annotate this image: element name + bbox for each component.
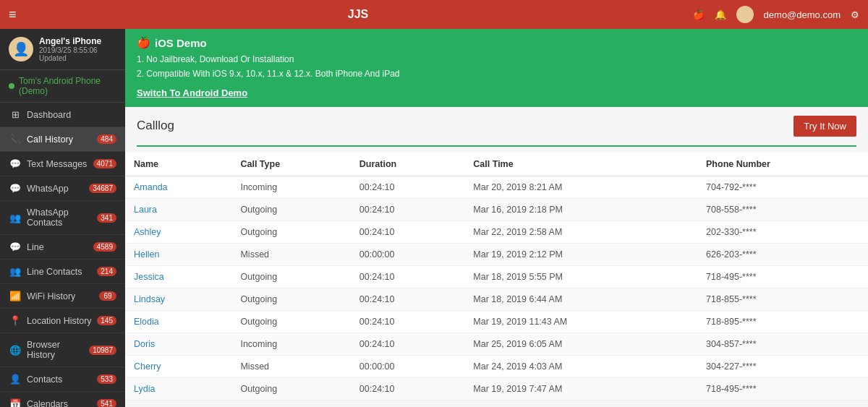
cell-duration: 00:24:10 (351, 377, 465, 400)
cell-name[interactable]: Jessica (125, 265, 231, 288)
line-contacts-icon: 👥 (9, 266, 22, 277)
whatsapp-icon: 💬 (9, 183, 22, 194)
sidebar-badge-wifi-history: 69 (99, 291, 116, 301)
col-phone: Phone Number (697, 153, 868, 176)
sidebar-item-label-line: Line (27, 242, 93, 252)
sidebar-item-call-history[interactable]: 📞Call History484 (0, 127, 125, 152)
table-row: Elodia Outgoing 00:24:10 Mar 19, 2019 11… (125, 310, 868, 333)
sidebar-item-dashboard[interactable]: ⊞Dashboard (0, 103, 125, 127)
sidebar-item-label-whatsapp: WhatsApp (27, 184, 89, 194)
sidebar-item-label-calendars: Calendars (27, 399, 97, 408)
share-icon[interactable]: ⚙ (851, 9, 859, 20)
sidebar-badge-location-history: 145 (97, 316, 116, 325)
sidebar-item-browser-history[interactable]: 🌐Browser History10987 (0, 333, 125, 367)
cell-call-time: Mar 19, 2019 2:12 PM (464, 243, 697, 265)
sidebar-badge-contacts: 533 (97, 374, 116, 384)
cell-name[interactable]: Lindsay (125, 288, 231, 310)
table-header-row: Name Call Type Duration Call Time Phone … (125, 153, 868, 176)
sidebar-item-label-wifi-history: WiFi History (27, 291, 99, 301)
cell-phone: 202-330-**** (697, 220, 868, 243)
cell-name[interactable]: Elodia (125, 310, 231, 333)
calllog-title: Calllog (137, 119, 174, 133)
sidebar-item-wifi-history[interactable]: 📶WiFi History69 (0, 284, 125, 309)
sidebar-demo-device[interactable]: Tom's Android Phone (Demo) (0, 70, 125, 103)
sidebar-item-text-messages[interactable]: 💬Text Messages4071 (0, 152, 125, 176)
apple-icon: 🍎 (137, 36, 150, 49)
cell-name[interactable]: Lydia (125, 377, 231, 400)
sidebar-badge-whatsapp: 34687 (89, 184, 116, 193)
sidebar-item-label-contacts: Contacts (27, 374, 97, 385)
sidebar-badge-line: 4589 (93, 242, 116, 252)
cell-call-time: Mar 20, 2019 8:21 AM (464, 176, 697, 198)
sidebar-items-container: ⊞Dashboard📞Call History484💬Text Messages… (0, 103, 125, 407)
cell-call-time: Mar 18, 2019 5:55 PM (464, 265, 697, 288)
switch-to-android-link[interactable]: Switch To Android Demo (137, 87, 247, 98)
ios-demo-label: iOS Demo (155, 37, 207, 49)
cell-phone: 718-495-**** (697, 377, 868, 400)
cell-phone: 704-792-**** (697, 176, 868, 198)
call-history-icon: 📞 (9, 134, 22, 145)
user-email: demo@demo.com (764, 9, 841, 20)
sidebar-item-location-history[interactable]: 📍Location History145 (0, 309, 125, 333)
whatsapp-contacts-icon: 👥 (9, 213, 22, 223)
cell-call-time: Mar 19, 2019 7:47 AM (464, 377, 697, 400)
col-call-time: Call Time (464, 153, 697, 176)
ios-banner: 🍎 iOS Demo 1. No Jailbreak, Download Or … (125, 29, 868, 107)
cell-duration: 00:24:10 (351, 310, 465, 333)
location-history-icon: 📍 (9, 315, 22, 326)
cell-duration: 00:00:00 (351, 355, 465, 377)
sidebar-item-label-call-history: Call History (27, 134, 97, 145)
dashboard-icon: ⊞ (9, 109, 22, 120)
table-row: Laura Outgoing 00:24:10 Mar 16, 2019 2:1… (125, 198, 868, 220)
col-name: Name (125, 153, 231, 176)
try-it-now-button[interactable]: Try It Now (793, 116, 856, 137)
sidebar-item-label-text-messages: Text Messages (27, 159, 93, 169)
cell-phone: 708-558-**** (697, 198, 868, 220)
sidebar-badge-call-history: 484 (97, 134, 116, 144)
cell-name[interactable]: Ashley (125, 220, 231, 243)
cell-call-type: Incoming (231, 176, 350, 198)
cell-duration: 00:24:10 (351, 176, 465, 198)
cell-name[interactable]: Laura (125, 198, 231, 220)
cell-phone: 718-895-**** (697, 310, 868, 333)
sidebar-item-line-contacts[interactable]: 👥Line Contacts214 (0, 260, 125, 284)
cell-call-type: Outgoing (231, 288, 350, 310)
sidebar-item-calendars[interactable]: 📅Calendars541 (0, 392, 125, 407)
sidebar-profile: 👤 Angel's iPhone 2019/3/25 8:55:06 Updat… (0, 29, 125, 70)
table-row: Hellen Missed 00:00:00 Mar 19, 2019 2:12… (125, 243, 868, 265)
calendars-icon: 📅 (9, 398, 22, 407)
cell-name[interactable]: Doris (125, 333, 231, 355)
cell-duration: 00:24:10 (351, 198, 465, 220)
cell-name[interactable]: Hellen (125, 243, 231, 265)
cell-call-time: Mar 22, 2019 2:58 AM (464, 220, 697, 243)
contacts-icon: 👤 (9, 374, 22, 385)
sidebar-badge-text-messages: 4071 (93, 159, 116, 168)
sidebar-item-whatsapp-contacts[interactable]: 👥WhatsApp Contacts341 (0, 201, 125, 235)
sidebar-item-label-dashboard: Dashboard (27, 110, 116, 120)
cell-duration: 00:00:00 (351, 243, 465, 265)
app-logo: JJS (24, 8, 693, 21)
online-dot (9, 83, 14, 89)
avatar[interactable] (736, 6, 754, 23)
calllog-table: Name Call Type Duration Call Time Phone … (125, 153, 868, 400)
cell-phone: 718-495-**** (697, 265, 868, 288)
sidebar-item-line[interactable]: 💬Line4589 (0, 235, 125, 260)
sidebar-item-whatsapp[interactable]: 💬WhatsApp34687 (0, 176, 125, 201)
ios-banner-points: 1. No Jailbreak, Download Or Installatio… (137, 52, 856, 82)
cell-phone: 304-857-**** (697, 333, 868, 355)
sidebar-badge-browser-history: 10987 (89, 346, 116, 355)
table-row: Doris Incoming 00:24:10 Mar 25, 2019 6:0… (125, 333, 868, 355)
sidebar-badge-line-contacts: 214 (97, 267, 116, 276)
demo-device-label: Tom's Android Phone (Demo) (19, 76, 116, 96)
divider (137, 145, 856, 147)
cell-name[interactable]: Amanda (125, 176, 231, 198)
table-row: Jessica Outgoing 00:24:10 Mar 18, 2019 5… (125, 265, 868, 288)
sidebar-item-contacts[interactable]: 👤Contacts533 (0, 367, 125, 392)
calllog-area: Calllog Try It Now Name Call Type Durati… (125, 107, 868, 407)
cell-name[interactable]: Cherry (125, 355, 231, 377)
hamburger-icon[interactable]: ≡ (9, 7, 17, 22)
cell-call-time: Mar 19, 2019 11:43 AM (464, 310, 697, 333)
profile-name: Angel's iPhone (39, 36, 116, 46)
cell-call-type: Outgoing (231, 377, 350, 400)
cell-duration: 00:24:10 (351, 288, 465, 310)
